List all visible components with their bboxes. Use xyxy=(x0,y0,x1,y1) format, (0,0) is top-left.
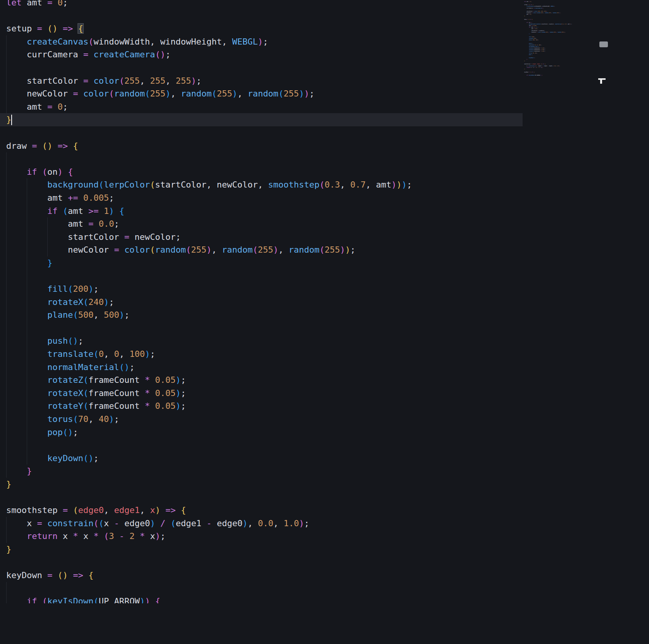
indent-guide xyxy=(6,426,27,439)
code-token: ( xyxy=(119,76,124,86)
code-line[interactable] xyxy=(0,439,523,452)
code-token: ( xyxy=(171,518,176,528)
code-token: startColor, newColor, xyxy=(155,180,268,189)
code-token: edge1 xyxy=(176,518,206,528)
code-token: ; xyxy=(263,37,268,46)
code-token: color xyxy=(93,76,119,86)
code-token: edge0 xyxy=(212,518,242,528)
code-line[interactable]: startColor = newColor; xyxy=(0,231,523,244)
indent-guide xyxy=(47,243,68,257)
code-line[interactable]: currCamera = createCamera(); xyxy=(0,48,523,61)
code-line[interactable] xyxy=(0,152,523,165)
code-token: edge1 xyxy=(114,505,140,515)
code-line[interactable]: background(lerpColor(startColor, newColo… xyxy=(0,178,523,191)
code-line[interactable]: draw = () => { xyxy=(0,139,523,153)
code-line[interactable] xyxy=(0,556,523,569)
code-token: random xyxy=(114,89,145,98)
code-token: keyDown xyxy=(6,570,47,580)
indent-guide xyxy=(47,217,68,231)
code-line[interactable]: createCanvas(windowWidth, windowHeight, … xyxy=(0,35,523,48)
code-line[interactable]: setup = () => { xyxy=(0,22,523,35)
code-line[interactable]: smoothstep = (edge0, edge1, x) => { xyxy=(0,504,523,517)
code-token: ; xyxy=(160,531,165,541)
indent-guide xyxy=(6,348,27,361)
code-token: if xyxy=(47,206,58,216)
code-line[interactable]: let amt = 0; xyxy=(0,0,523,9)
code-token: ) xyxy=(57,167,62,177)
code-line[interactable] xyxy=(0,9,523,22)
code-token: = xyxy=(37,518,42,528)
indent-guide xyxy=(6,61,27,74)
code-line[interactable]: } xyxy=(0,465,523,478)
code-line[interactable]: amt += 0.005; xyxy=(0,191,523,205)
code-line[interactable]: if (on) { xyxy=(0,165,523,179)
code-token: } xyxy=(47,258,52,268)
code-line[interactable]: startColor = color(255, 255, 255); xyxy=(0,74,523,88)
indent-guide xyxy=(27,282,47,296)
code-token: 0.05 xyxy=(155,388,176,398)
code-line[interactable]: } xyxy=(0,257,523,270)
code-token: , amt xyxy=(366,180,391,189)
code-token: ( xyxy=(278,89,283,98)
code-line[interactable] xyxy=(0,491,523,504)
code-line[interactable]: keyDown = () => { xyxy=(0,569,523,582)
code-line[interactable]: rotateX(240); xyxy=(0,296,523,309)
code-line[interactable]: plane(500, 500); xyxy=(0,308,523,322)
code-line[interactable]: rotateY(frameCount * 0.05); xyxy=(0,399,523,413)
code-token: ) xyxy=(191,76,196,86)
indent-guide xyxy=(6,530,27,543)
code-line[interactable]: normalMaterial(); xyxy=(0,361,523,374)
indent-guide xyxy=(6,387,27,400)
code-token: 40 xyxy=(98,414,109,424)
code-editor[interactable]: let amt = 0;setup = () => { createCanvas… xyxy=(0,0,649,644)
indent-guide xyxy=(6,439,27,452)
code-token: 255 xyxy=(150,76,166,86)
minimap[interactable]: let amt = 0;setup = () => { createCanvas… xyxy=(524,0,598,163)
code-token: newColor; xyxy=(129,232,181,242)
code-token: ( xyxy=(253,245,258,255)
indent-guide xyxy=(27,231,47,244)
code-line[interactable]: fill(200); xyxy=(0,282,523,296)
code-token: x xyxy=(104,518,114,528)
code-token: ) xyxy=(397,180,402,189)
code-line[interactable]: } xyxy=(0,543,523,556)
code-token: fill xyxy=(47,284,68,294)
code-line[interactable]: amt = 0.0; xyxy=(0,217,523,231)
code-line[interactable]: newColor = color(random(255), random(255… xyxy=(0,243,523,257)
code-line[interactable]: newColor = color(random(255), random(255… xyxy=(0,87,523,100)
code-line[interactable]: } xyxy=(0,113,523,126)
code-line[interactable]: if (amt >= 1) { xyxy=(0,205,523,218)
code-token: ; xyxy=(78,336,83,346)
code-line[interactable]: torus(70, 40); xyxy=(0,413,523,426)
code-token xyxy=(98,531,104,541)
code-line[interactable]: if (keyIsDown(UP_ARROW)) { xyxy=(0,595,523,603)
scrollbar-channel[interactable] xyxy=(597,0,610,644)
code-token: ) xyxy=(232,89,237,98)
code-token: ) xyxy=(109,206,114,216)
code-line[interactable]: pop(); xyxy=(0,426,523,439)
code-line[interactable]: } xyxy=(0,478,523,491)
code-token: = xyxy=(63,505,68,515)
code-line[interactable]: return x * x * (3 - 2 * x); xyxy=(0,530,523,543)
code-token: return xyxy=(27,531,57,541)
code-area[interactable]: let amt = 0;setup = () => { createCanvas… xyxy=(0,0,523,603)
code-line[interactable]: keyDown(); xyxy=(0,452,523,465)
code-line[interactable] xyxy=(0,322,523,335)
code-token: startColor xyxy=(68,232,124,242)
code-token: = xyxy=(47,0,52,7)
code-line[interactable] xyxy=(0,582,523,595)
code-line[interactable] xyxy=(0,61,523,74)
code-token: 500 xyxy=(104,310,119,320)
code-line[interactable] xyxy=(0,269,523,282)
code-line[interactable]: amt = 0; xyxy=(0,100,523,114)
code-line[interactable]: x = constrain((x - edge0) / (edge1 - edg… xyxy=(0,517,523,530)
code-token xyxy=(98,206,104,216)
indent-guide xyxy=(6,217,27,231)
indent-guide xyxy=(6,308,27,322)
code-line[interactable]: translate(0, 0, 100); xyxy=(0,348,523,361)
code-line[interactable]: rotateZ(frameCount * 0.05); xyxy=(0,374,523,387)
code-line[interactable]: rotateX(frameCount * 0.05); xyxy=(0,387,523,400)
code-token: createCanvas xyxy=(27,37,88,46)
code-line[interactable]: push(); xyxy=(0,334,523,348)
code-line[interactable] xyxy=(0,126,523,139)
